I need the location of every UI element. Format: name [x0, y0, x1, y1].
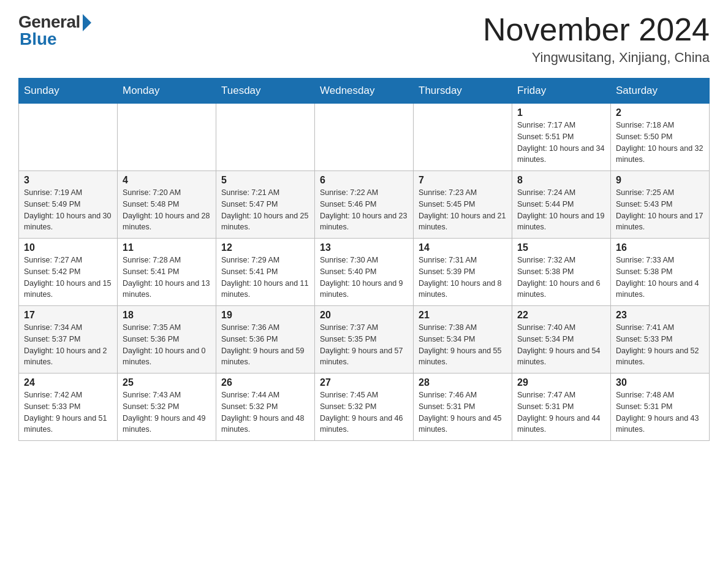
day-number: 8: [517, 175, 605, 186]
day-info: Sunrise: 7:25 AMSunset: 5:43 PMDaylight:…: [616, 187, 704, 233]
day-number: 18: [123, 310, 211, 321]
calendar-header-friday: Friday: [512, 79, 611, 104]
calendar-cell: 4Sunrise: 7:20 AMSunset: 5:48 PMDaylight…: [118, 171, 216, 239]
calendar-cell: 5Sunrise: 7:21 AMSunset: 5:47 PMDaylight…: [216, 171, 315, 239]
day-info: Sunrise: 7:41 AMSunset: 5:33 PMDaylight:…: [616, 322, 704, 368]
day-info: Sunrise: 7:34 AMSunset: 5:37 PMDaylight:…: [24, 322, 112, 368]
calendar-header-wednesday: Wednesday: [315, 79, 414, 104]
calendar-cell: 18Sunrise: 7:35 AMSunset: 5:36 PMDayligh…: [118, 306, 216, 373]
calendar-cell: [216, 104, 315, 171]
calendar-cell: 11Sunrise: 7:28 AMSunset: 5:41 PMDayligh…: [118, 239, 216, 306]
day-number: 14: [419, 242, 507, 253]
calendar-header-thursday: Thursday: [414, 79, 512, 104]
calendar-cell: 19Sunrise: 7:36 AMSunset: 5:36 PMDayligh…: [216, 306, 315, 373]
calendar-cell: 14Sunrise: 7:31 AMSunset: 5:39 PMDayligh…: [414, 239, 512, 306]
day-info: Sunrise: 7:19 AMSunset: 5:49 PMDaylight:…: [24, 187, 112, 233]
day-number: 28: [419, 377, 507, 388]
week-row-3: 10Sunrise: 7:27 AMSunset: 5:42 PMDayligh…: [19, 239, 710, 306]
day-info: Sunrise: 7:31 AMSunset: 5:39 PMDaylight:…: [419, 255, 507, 301]
logo-blue-text: Blue: [20, 29, 57, 49]
calendar-cell: [315, 104, 414, 171]
month-title: November 2024: [483, 12, 710, 47]
week-row-5: 24Sunrise: 7:42 AMSunset: 5:33 PMDayligh…: [19, 373, 710, 441]
day-number: 13: [320, 242, 408, 253]
week-row-4: 17Sunrise: 7:34 AMSunset: 5:37 PMDayligh…: [19, 306, 710, 373]
day-number: 9: [616, 175, 704, 186]
calendar-cell: 30Sunrise: 7:48 AMSunset: 5:31 PMDayligh…: [611, 373, 710, 441]
day-number: 10: [24, 242, 112, 253]
day-number: 16: [616, 242, 704, 253]
calendar-cell: 2Sunrise: 7:18 AMSunset: 5:50 PMDaylight…: [611, 104, 710, 171]
calendar-cell: 29Sunrise: 7:47 AMSunset: 5:31 PMDayligh…: [512, 373, 611, 441]
calendar-cell: 21Sunrise: 7:38 AMSunset: 5:34 PMDayligh…: [414, 306, 512, 373]
day-info: Sunrise: 7:47 AMSunset: 5:31 PMDaylight:…: [517, 389, 605, 435]
day-number: 5: [221, 175, 309, 186]
day-info: Sunrise: 7:38 AMSunset: 5:34 PMDaylight:…: [419, 322, 507, 368]
day-info: Sunrise: 7:23 AMSunset: 5:45 PMDaylight:…: [419, 187, 507, 233]
day-info: Sunrise: 7:28 AMSunset: 5:41 PMDaylight:…: [123, 255, 211, 301]
week-row-1: 1Sunrise: 7:17 AMSunset: 5:51 PMDaylight…: [19, 104, 710, 171]
day-info: Sunrise: 7:35 AMSunset: 5:36 PMDaylight:…: [123, 322, 211, 368]
calendar-cell: [414, 104, 512, 171]
page-header: General Blue November 2024 Yingwusitang,…: [18, 12, 710, 66]
day-info: Sunrise: 7:22 AMSunset: 5:46 PMDaylight:…: [320, 187, 408, 233]
calendar-cell: 26Sunrise: 7:44 AMSunset: 5:32 PMDayligh…: [216, 373, 315, 441]
calendar-cell: 3Sunrise: 7:19 AMSunset: 5:49 PMDaylight…: [19, 171, 118, 239]
day-number: 17: [24, 310, 112, 321]
day-number: 22: [517, 310, 605, 321]
calendar-header-monday: Monday: [118, 79, 216, 104]
day-number: 12: [221, 242, 309, 253]
calendar-cell: 12Sunrise: 7:29 AMSunset: 5:41 PMDayligh…: [216, 239, 315, 306]
calendar-cell: 17Sunrise: 7:34 AMSunset: 5:37 PMDayligh…: [19, 306, 118, 373]
day-number: 2: [616, 107, 704, 118]
day-number: 4: [123, 175, 211, 186]
calendar-cell: 23Sunrise: 7:41 AMSunset: 5:33 PMDayligh…: [611, 306, 710, 373]
calendar-cell: 8Sunrise: 7:24 AMSunset: 5:44 PMDaylight…: [512, 171, 611, 239]
day-info: Sunrise: 7:46 AMSunset: 5:31 PMDaylight:…: [419, 389, 507, 435]
day-number: 29: [517, 377, 605, 388]
calendar-cell: 15Sunrise: 7:32 AMSunset: 5:38 PMDayligh…: [512, 239, 611, 306]
day-info: Sunrise: 7:33 AMSunset: 5:38 PMDaylight:…: [616, 255, 704, 301]
title-block: November 2024 Yingwusitang, Xinjiang, Ch…: [483, 12, 710, 66]
day-info: Sunrise: 7:43 AMSunset: 5:32 PMDaylight:…: [123, 389, 211, 435]
logo-arrow-icon: [83, 14, 91, 31]
calendar-header-tuesday: Tuesday: [216, 79, 315, 104]
day-number: 1: [517, 107, 605, 118]
day-number: 15: [517, 242, 605, 253]
day-info: Sunrise: 7:40 AMSunset: 5:34 PMDaylight:…: [517, 322, 605, 368]
day-number: 11: [123, 242, 211, 253]
day-info: Sunrise: 7:17 AMSunset: 5:51 PMDaylight:…: [517, 120, 605, 166]
calendar-cell: 27Sunrise: 7:45 AMSunset: 5:32 PMDayligh…: [315, 373, 414, 441]
calendar-cell: 13Sunrise: 7:30 AMSunset: 5:40 PMDayligh…: [315, 239, 414, 306]
calendar-table: SundayMondayTuesdayWednesdayThursdayFrid…: [18, 78, 710, 441]
calendar-cell: 9Sunrise: 7:25 AMSunset: 5:43 PMDaylight…: [611, 171, 710, 239]
calendar-header-row: SundayMondayTuesdayWednesdayThursdayFrid…: [19, 79, 710, 104]
calendar-cell: [118, 104, 216, 171]
calendar-cell: 7Sunrise: 7:23 AMSunset: 5:45 PMDaylight…: [414, 171, 512, 239]
day-number: 19: [221, 310, 309, 321]
day-number: 26: [221, 377, 309, 388]
day-info: Sunrise: 7:30 AMSunset: 5:40 PMDaylight:…: [320, 255, 408, 301]
day-number: 24: [24, 377, 112, 388]
calendar-header-sunday: Sunday: [19, 79, 118, 104]
day-info: Sunrise: 7:44 AMSunset: 5:32 PMDaylight:…: [221, 389, 309, 435]
calendar-cell: [19, 104, 118, 171]
day-info: Sunrise: 7:27 AMSunset: 5:42 PMDaylight:…: [24, 255, 112, 301]
calendar-header-saturday: Saturday: [611, 79, 710, 104]
day-info: Sunrise: 7:21 AMSunset: 5:47 PMDaylight:…: [221, 187, 309, 233]
day-number: 21: [419, 310, 507, 321]
day-number: 23: [616, 310, 704, 321]
calendar-cell: 22Sunrise: 7:40 AMSunset: 5:34 PMDayligh…: [512, 306, 611, 373]
week-row-2: 3Sunrise: 7:19 AMSunset: 5:49 PMDaylight…: [19, 171, 710, 239]
location-title: Yingwusitang, Xinjiang, China: [483, 50, 710, 66]
day-number: 3: [24, 175, 112, 186]
day-number: 27: [320, 377, 408, 388]
day-info: Sunrise: 7:20 AMSunset: 5:48 PMDaylight:…: [123, 187, 211, 233]
day-info: Sunrise: 7:36 AMSunset: 5:36 PMDaylight:…: [221, 322, 309, 368]
logo: General Blue: [18, 12, 91, 49]
day-info: Sunrise: 7:32 AMSunset: 5:38 PMDaylight:…: [517, 255, 605, 301]
calendar-cell: 24Sunrise: 7:42 AMSunset: 5:33 PMDayligh…: [19, 373, 118, 441]
calendar-cell: 28Sunrise: 7:46 AMSunset: 5:31 PMDayligh…: [414, 373, 512, 441]
calendar-cell: 6Sunrise: 7:22 AMSunset: 5:46 PMDaylight…: [315, 171, 414, 239]
day-info: Sunrise: 7:45 AMSunset: 5:32 PMDaylight:…: [320, 389, 408, 435]
